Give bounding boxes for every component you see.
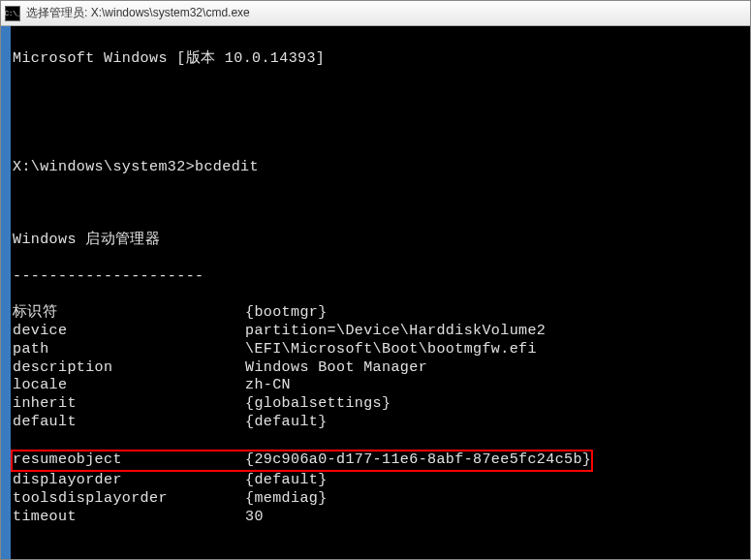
kv-key: path — [13, 341, 245, 359]
blank-line — [13, 86, 748, 105]
kv-value: {default} — [245, 414, 328, 432]
section1-rows: 标识符{bootmgr}devicepartition=\Device\Hard… — [13, 304, 748, 431]
blank-line — [13, 196, 748, 214]
kv-value: {memdiag} — [245, 490, 328, 509]
kv-value: Windows Boot Manager — [245, 359, 427, 378]
section-title: Windows 启动管理器 — [13, 232, 748, 250]
kv-row: descriptionWindows Boot Manager — [13, 359, 748, 378]
kv-value: 30 — [245, 509, 264, 527]
kv-value: zh-CN — [245, 377, 291, 395]
prompt: X:\windows\system32> — [13, 159, 195, 175]
command-text: bcdedit — [195, 159, 259, 175]
section1-rows-after: displayorder{default}toolsdisplayorder{m… — [13, 472, 748, 526]
kv-key: timeout — [13, 509, 245, 527]
kv-key: device — [13, 323, 245, 341]
kv-value: \EFI\Microsoft\Boot\bootmgfw.efi — [245, 341, 537, 359]
cmd-icon: C:\_ — [5, 6, 20, 21]
blank-line — [13, 123, 748, 141]
kv-row-highlight: resumeobject{29c906a0-d177-11e6-8abf-87e… — [13, 451, 591, 470]
blank-line — [13, 544, 748, 559]
kv-key: description — [13, 359, 245, 378]
kv-key: resumeobject — [13, 451, 245, 470]
kv-row: default{default} — [13, 414, 748, 432]
cmd-window: C:\_ 选择管理员: X:\windows\system32\cmd.exe … — [0, 0, 751, 560]
kv-value: {29c906a0-d177-11e6-8abf-87ee5fc24c5b} — [245, 451, 591, 470]
titlebar[interactable]: C:\_ 选择管理员: X:\windows\system32\cmd.exe — [1, 1, 750, 26]
kv-row: inherit{globalsettings} — [13, 395, 748, 414]
window-title: 选择管理员: X:\windows\system32\cmd.exe — [26, 5, 250, 21]
console-header: Microsoft Windows [版本 10.0.14393] — [13, 50, 748, 69]
kv-row: localezh-CN — [13, 377, 748, 395]
kv-row: devicepartition=\Device\HarddiskVolume2 — [13, 323, 748, 341]
kv-row: toolsdisplayorder{memdiag} — [13, 490, 748, 509]
kv-key: 标识符 — [13, 304, 245, 323]
kv-value: {globalsettings} — [245, 395, 391, 414]
kv-row: displayorder{default} — [13, 472, 748, 490]
kv-row: 标识符{bootmgr} — [13, 304, 748, 323]
kv-value: partition=\Device\HarddiskVolume2 — [245, 323, 546, 341]
kv-row: timeout30 — [13, 509, 748, 527]
kv-key: displayorder — [13, 472, 245, 490]
prompt-line: X:\windows\system32>bcdedit — [13, 159, 748, 177]
kv-key: toolsdisplayorder — [13, 490, 245, 509]
cmd-icon-label: C:\_ — [4, 9, 20, 17]
kv-row: path\EFI\Microsoft\Boot\bootmgfw.efi — [13, 341, 748, 359]
kv-value: {default} — [245, 472, 328, 490]
section-divider: --------------------- — [13, 268, 748, 287]
kv-key: locale — [13, 377, 245, 395]
console-area[interactable]: Microsoft Windows [版本 10.0.14393] X:\win… — [1, 26, 750, 559]
kv-value: {bootmgr} — [245, 304, 328, 323]
highlight-box: resumeobject{29c906a0-d177-11e6-8abf-87e… — [11, 450, 593, 472]
kv-key: default — [13, 414, 245, 432]
kv-key: inherit — [13, 395, 245, 414]
